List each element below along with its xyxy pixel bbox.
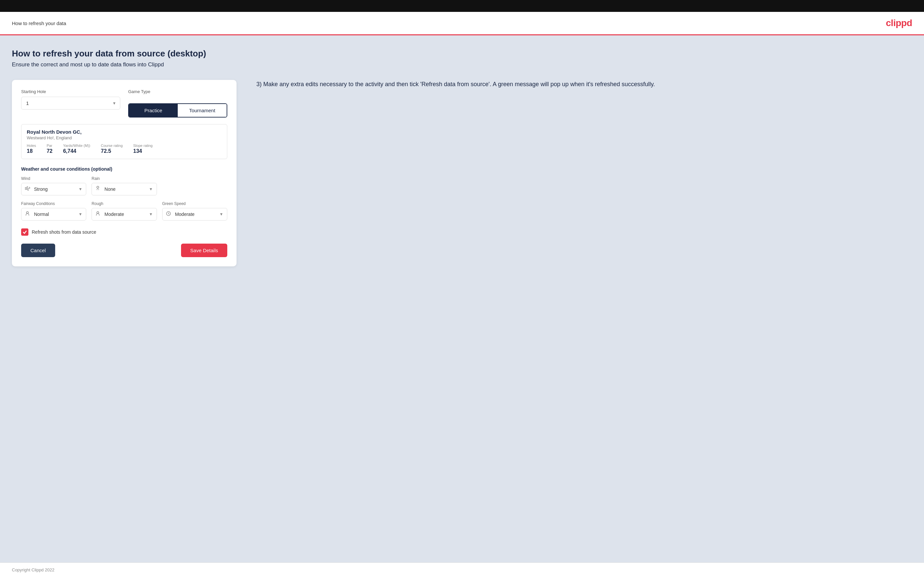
side-note: 3) Make any extra edits necessary to the… (256, 80, 912, 89)
logo: clippd (886, 18, 912, 28)
green-speed-select[interactable]: Moderate (162, 208, 227, 221)
starting-hole-select[interactable]: 1 (21, 97, 120, 110)
course-info-box: Royal North Devon GC, Westward Ho!, Engl… (21, 124, 227, 159)
content-area: Starting Hole 1 ▼ Game Type Practice Tou… (12, 80, 912, 266)
rain-group: Rain None ▼ (92, 176, 157, 195)
holes-label: Holes (27, 143, 36, 148)
slope-rating-stat: Slope rating 134 (133, 143, 153, 154)
practice-button[interactable]: Practice (129, 104, 178, 117)
green-speed-select-wrapper: Moderate ▼ (162, 208, 227, 221)
top-form-row: Starting Hole 1 ▼ Game Type Practice Tou… (21, 89, 227, 118)
par-label: Par (47, 143, 53, 148)
course-stats: Holes 18 Par 72 Yards/White (M)) 6,744 C… (27, 143, 222, 154)
wind-select-wrapper: Strong ▼ (21, 183, 86, 195)
course-rating-label: Course rating (101, 143, 123, 148)
tournament-button[interactable]: Tournament (178, 104, 227, 117)
starting-hole-label: Starting Hole (21, 89, 120, 94)
rain-select-wrapper: None ▼ (92, 183, 157, 195)
slope-rating-label: Slope rating (133, 143, 153, 148)
cancel-button[interactable]: Cancel (21, 243, 55, 257)
course-rating-value: 72.5 (101, 148, 123, 154)
yards-label: Yards/White (M)) (63, 143, 90, 148)
starting-hole-group: Starting Hole 1 ▼ (21, 89, 120, 118)
main-content: How to refresh your data from source (de… (0, 35, 924, 562)
holes-value: 18 (27, 148, 36, 154)
wind-rain-row: Wind Strong ▼ Rain (21, 176, 227, 195)
starting-hole-select-wrapper: 1 ▼ (21, 97, 120, 110)
rough-select[interactable]: Moderate (92, 208, 157, 221)
header: How to refresh your data clippd (0, 12, 924, 35)
game-type-label: Game Type (128, 89, 227, 94)
wind-group: Wind Strong ▼ (21, 176, 86, 195)
course-name: Royal North Devon GC, (27, 129, 222, 135)
save-button[interactable]: Save Details (181, 243, 227, 257)
conditions-3-row: Fairway Conditions Normal ▼ (21, 201, 227, 221)
header-title: How to refresh your data (12, 21, 66, 26)
conditions-title: Weather and course conditions (optional) (21, 166, 227, 172)
wind-label: Wind (21, 176, 86, 181)
yards-value: 6,744 (63, 148, 90, 154)
rain-label: Rain (92, 176, 157, 181)
course-rating-stat: Course rating 72.5 (101, 143, 123, 154)
game-type-group: Game Type Practice Tournament (128, 89, 227, 118)
top-bar (0, 0, 924, 12)
rain-select[interactable]: None (92, 183, 157, 195)
green-speed-group: Green Speed Moderate ▼ (162, 201, 227, 221)
rough-group: Rough Moderate ▼ (92, 201, 157, 221)
green-speed-label: Green Speed (162, 201, 227, 206)
footer: Copyright Clippd 2022 (0, 562, 924, 577)
fairway-select-wrapper: Normal ▼ (21, 208, 86, 221)
holes-stat: Holes 18 (27, 143, 36, 154)
form-panel: Starting Hole 1 ▼ Game Type Practice Tou… (12, 80, 236, 266)
rough-label: Rough (92, 201, 157, 206)
slope-rating-value: 134 (133, 148, 153, 154)
copyright-text: Copyright Clippd 2022 (12, 567, 55, 572)
page-subheading: Ensure the correct and most up to date d… (12, 61, 912, 68)
refresh-checkbox[interactable] (21, 229, 28, 236)
refresh-checkbox-row: Refresh shots from data source (21, 229, 227, 236)
page-heading: How to refresh your data from source (de… (12, 48, 912, 59)
course-location: Westward Ho!, England (27, 135, 222, 140)
rough-select-wrapper: Moderate ▼ (92, 208, 157, 221)
par-stat: Par 72 (47, 143, 53, 154)
button-row: Cancel Save Details (21, 243, 227, 257)
refresh-checkbox-label: Refresh shots from data source (32, 229, 96, 235)
par-value: 72 (47, 148, 53, 154)
fairway-select[interactable]: Normal (21, 208, 86, 221)
wind-select[interactable]: Strong (21, 183, 86, 195)
yards-stat: Yards/White (M)) 6,744 (63, 143, 90, 154)
game-type-toggle: Practice Tournament (128, 103, 227, 118)
fairway-group: Fairway Conditions Normal ▼ (21, 201, 86, 221)
fairway-label: Fairway Conditions (21, 201, 86, 206)
